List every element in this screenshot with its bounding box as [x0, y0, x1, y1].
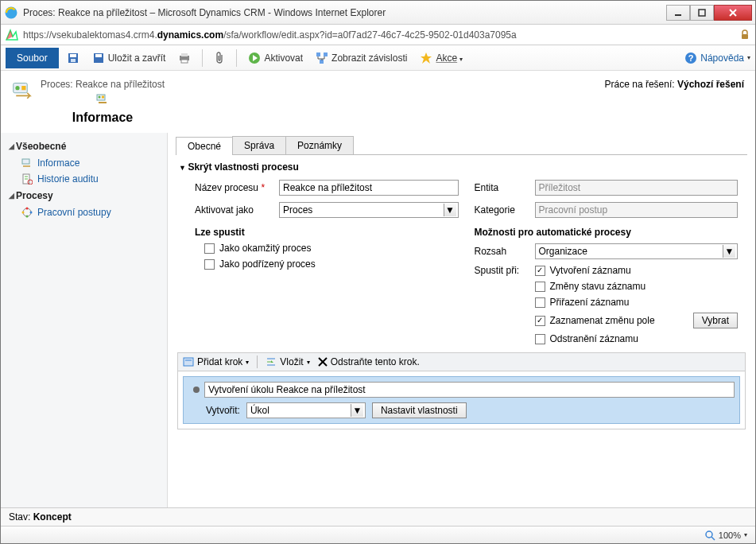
label-category: Kategorie: [475, 204, 530, 216]
info-mini-icon: [96, 93, 109, 106]
add-step-button[interactable]: Přidat krok ▾: [183, 356, 249, 367]
checkbox-trigger-assign[interactable]: [535, 297, 545, 308]
svg-rect-8: [742, 34, 748, 39]
attach-button[interactable]: [209, 49, 230, 67]
svg-point-40: [22, 212, 25, 214]
workflow-icon: [21, 207, 33, 218]
activate-as-select[interactable]: Proces ▼: [279, 202, 459, 218]
label-scope: Rozsah: [475, 246, 530, 257]
actions-menu[interactable]: Akce ▾: [415, 49, 467, 67]
label-entity: Entita: [475, 182, 530, 193]
svg-line-50: [711, 537, 715, 540]
address-bar[interactable]: https://vsekubalektomas4.crm4.dynamics.c…: [1, 25, 755, 45]
label-create: Vytvořit:: [206, 405, 240, 416]
label-trg-field: Zaznamenat změnu pole: [550, 315, 688, 326]
label-activate-as: Aktivovat jako: [195, 204, 274, 216]
create-entity-select[interactable]: Úkol ▼: [246, 402, 366, 418]
svg-point-29: [99, 96, 101, 99]
label-immediate: Jako okamžitý proces: [219, 243, 311, 254]
svg-rect-41: [184, 358, 193, 366]
label-trg-status: Změny stavu záznamu: [550, 281, 646, 292]
show-dependencies-button[interactable]: Zobrazit závislosti: [311, 49, 412, 67]
checkbox-immediate[interactable]: [204, 243, 215, 254]
label-trigger: Spustit při:: [475, 265, 530, 276]
ie-status-bar: 100% ▾: [1, 526, 755, 543]
select-fields-button[interactable]: Vybrat: [693, 313, 738, 328]
checkbox-trigger-create[interactable]: [535, 266, 545, 276]
maximize-button[interactable]: [690, 5, 714, 21]
checkbox-child[interactable]: [204, 259, 215, 270]
help-button[interactable]: ? Nápověda ▾: [684, 52, 750, 64]
svg-marker-45: [271, 360, 273, 363]
status-bar: Stav: Koncept: [1, 507, 755, 526]
svg-rect-30: [102, 96, 104, 99]
save-button[interactable]: [62, 49, 84, 67]
sidebar-item-information[interactable]: Informace: [1, 155, 167, 171]
zoom-icon: [704, 530, 715, 541]
header-subtitle: Proces: Reakce na příležitost: [41, 79, 165, 90]
tab-general[interactable]: Obecné: [176, 137, 233, 155]
zoom-control[interactable]: 100% ▾: [704, 530, 747, 541]
svg-point-26: [15, 86, 19, 90]
insert-step-button[interactable]: Vložit ▾: [266, 356, 309, 367]
step-title-input[interactable]: [204, 382, 735, 398]
star-icon: [420, 52, 432, 64]
activate-button[interactable]: Aktivovat: [243, 49, 308, 67]
status-value: Koncept: [33, 511, 72, 523]
process-name-input[interactable]: [279, 180, 459, 196]
svg-point-39: [26, 216, 29, 218]
info-item-icon: [21, 157, 33, 169]
svg-rect-15: [181, 53, 188, 56]
svg-rect-31: [22, 159, 29, 164]
solution-label: Práce na řešení: Výchozí řešení: [605, 79, 744, 90]
audit-icon: [21, 173, 33, 185]
label-process-name: Název procesu *: [195, 182, 274, 193]
sidebar-item-audit-history[interactable]: Historie auditu: [1, 171, 167, 187]
save-close-button[interactable]: Uložit a zavřít: [87, 49, 171, 67]
print-icon: [178, 52, 191, 64]
svg-point-38: [30, 212, 33, 214]
checkbox-trigger-status[interactable]: [535, 282, 545, 292]
tab-bar: Obecné Správa Poznámky: [176, 136, 747, 155]
checkbox-trigger-delete[interactable]: [535, 334, 545, 344]
scope-select[interactable]: Organizace ▼: [535, 243, 739, 259]
sidebar: Všeobecné Informace Historie auditu Proc…: [1, 133, 168, 507]
close-button[interactable]: [714, 5, 752, 21]
svg-point-37: [26, 208, 29, 210]
svg-rect-10: [70, 54, 76, 57]
delete-step-button[interactable]: Odstraňte tento krok.: [318, 356, 420, 367]
entity-input: [535, 180, 739, 196]
step-area: Vytvořit: Úkol ▼ Nastavit vlastnosti: [177, 371, 746, 429]
set-properties-button[interactable]: Nastavit vlastnosti: [372, 402, 467, 418]
checkbox-trigger-field[interactable]: [535, 316, 545, 326]
svg-rect-16: [181, 60, 188, 63]
sidebar-section-processes[interactable]: Procesy: [1, 187, 167, 204]
svg-rect-19: [316, 52, 320, 56]
svg-rect-20: [324, 52, 328, 56]
tab-admin[interactable]: Správa: [232, 136, 286, 154]
sidebar-section-general[interactable]: Všeobecné: [1, 138, 167, 155]
sidebar-item-workflows[interactable]: Pracovní postupy: [1, 204, 167, 220]
svg-text:?: ?: [688, 53, 694, 63]
window-titlebar: Proces: Reakce na příležitost – Microsof…: [1, 1, 755, 25]
step-bullet-icon: [193, 387, 200, 393]
section-hide-props[interactable]: Skrýt vlastnosti procesu: [176, 155, 747, 179]
insert-icon: [266, 356, 277, 367]
chevron-down-icon: ▼: [444, 204, 456, 216]
chevron-down-icon: ▼: [723, 245, 735, 258]
print-button[interactable]: [173, 49, 196, 67]
window-title: Proces: Reakce na příležitost – Microsof…: [23, 7, 666, 18]
label-auto-options: Možnosti pro automatické procesy: [475, 227, 739, 238]
tab-notes[interactable]: Poznámky: [285, 136, 354, 154]
label-trg-delete: Odstranění záznamu: [550, 333, 638, 344]
page-title: Informace: [41, 90, 165, 125]
save-close-icon: [92, 52, 105, 64]
step-row[interactable]: Vytvořit: Úkol ▼ Nastavit vlastnosti: [183, 376, 740, 424]
process-icon: [12, 80, 34, 103]
svg-point-49: [706, 531, 712, 538]
save-icon: [67, 52, 79, 64]
file-menu[interactable]: Soubor: [6, 48, 59, 68]
category-input: [535, 202, 739, 218]
svg-rect-11: [71, 59, 76, 62]
minimize-button[interactable]: [666, 5, 690, 21]
